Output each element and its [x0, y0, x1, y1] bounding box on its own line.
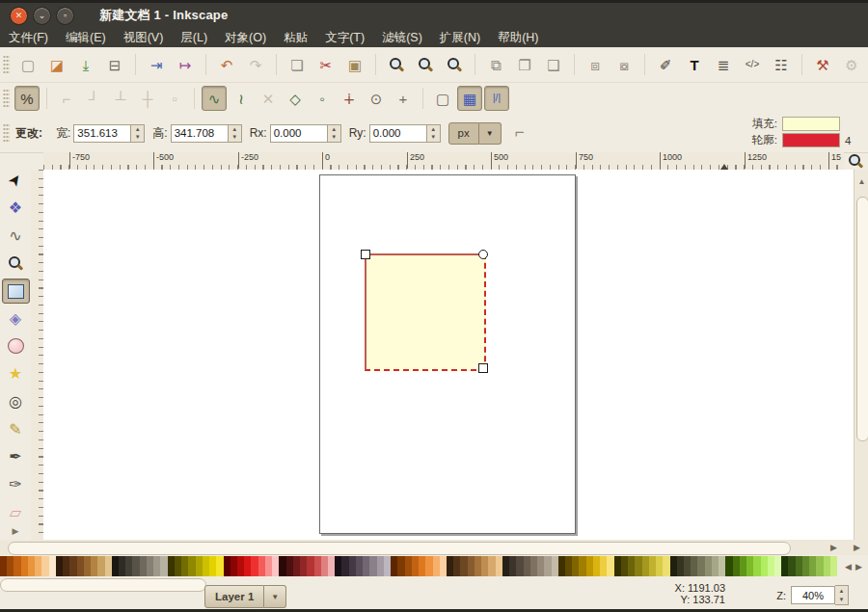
chevron-down-icon[interactable]: ▼ — [479, 122, 502, 145]
palette-swatch-110[interactable] — [768, 556, 774, 576]
create-clone-button[interactable]: ❐ — [511, 52, 538, 77]
print-document-button[interactable]: ⊟ — [101, 52, 128, 77]
paste-button[interactable]: ▣ — [341, 52, 368, 77]
palette-swatch-31[interactable] — [216, 556, 223, 576]
palette-swatch-91[interactable] — [635, 556, 641, 576]
palette-swatch-33[interactable] — [231, 556, 237, 576]
palette-swatch-74[interactable] — [516, 556, 523, 576]
toolbar-grip[interactable] — [3, 55, 10, 74]
palette-swatch-85[interactable] — [593, 556, 600, 576]
menu-item-9[interactable]: 帮助(H) — [489, 29, 547, 47]
palette-swatch-61[interactable] — [425, 556, 432, 576]
menu-item-1[interactable]: 编辑(E) — [57, 29, 115, 47]
unit-value[interactable]: px — [448, 122, 479, 145]
menu-item-3[interactable]: 层(L) — [172, 29, 216, 47]
palette-swatch-38[interactable] — [265, 556, 272, 576]
spin-up-icon[interactable]: ▲ — [328, 125, 340, 134]
toolbar-grip[interactable] — [3, 123, 10, 143]
palette-swatch-86[interactable] — [600, 556, 607, 576]
palette-swatch-69[interactable] — [481, 556, 488, 576]
palette-swatch-50[interactable] — [349, 556, 356, 576]
zoom-to-selection-button[interactable] — [383, 52, 410, 77]
ungroup-objects-button[interactable]: ⧇ — [610, 52, 637, 77]
palette-swatch-89[interactable] — [621, 556, 628, 576]
snap-nodes-button[interactable]: ∿ — [202, 86, 227, 111]
menu-item-6[interactable]: 文字(T) — [316, 29, 373, 47]
palette-swatch-64[interactable] — [447, 556, 453, 576]
palette-swatch-56[interactable] — [391, 556, 397, 576]
palette-swatch-81[interactable] — [565, 556, 572, 576]
palette-swatch-21[interactable] — [147, 556, 153, 576]
menu-item-7[interactable]: 滤镜(S) — [373, 29, 431, 47]
palette-swatch-60[interactable] — [419, 556, 425, 576]
palette-swatch-7[interactable] — [49, 556, 56, 576]
palette-swatch-57[interactable] — [397, 556, 404, 576]
tweak-tool[interactable]: ∿ — [2, 223, 30, 249]
palette-swatch-46[interactable] — [321, 556, 328, 576]
palette-swatch-16[interactable] — [112, 556, 119, 576]
palette-swatch-20[interactable] — [140, 556, 147, 576]
snap-smooth-nodes-button[interactable]: ◦ — [310, 86, 335, 111]
node-tool[interactable]: ❖ — [2, 196, 30, 222]
horizontal-ruler[interactable]: -750-500-25002505007501000125015 — [43, 152, 844, 171]
not-rounded-icon[interactable]: ⌐ — [515, 123, 525, 143]
palette-swatch-107[interactable] — [746, 556, 753, 576]
spin-up-icon[interactable]: ▲ — [229, 125, 241, 134]
pencil-tool[interactable]: ✎ — [2, 416, 30, 442]
palette-swatch-93[interactable] — [649, 556, 656, 576]
selector-tool[interactable]: ➤ — [2, 168, 30, 194]
box3d-tool[interactable]: ◈ — [2, 306, 30, 332]
snap-object-centers-button[interactable]: ⊙ — [364, 86, 389, 111]
palette-swatch-90[interactable] — [628, 556, 635, 576]
snap-cusp-nodes-button[interactable]: ◇ — [283, 86, 308, 111]
palette-swatch-49[interactable] — [341, 556, 348, 576]
calligraphy-tool[interactable]: ✑ — [2, 472, 30, 498]
palette-swatch-112[interactable] — [781, 556, 788, 576]
palette-swatch-26[interactable] — [181, 556, 188, 576]
unlink-clone-button[interactable]: ❑ — [540, 52, 567, 77]
chevron-down-icon[interactable]: ▼ — [264, 585, 286, 608]
palette-swatch-30[interactable] — [209, 556, 216, 576]
palette-swatch-45[interactable] — [314, 556, 321, 576]
zoom-to-drawing-button[interactable] — [412, 52, 439, 77]
pen-tool[interactable]: ✒ — [2, 444, 30, 470]
palette-swatch-53[interactable] — [369, 556, 376, 576]
palette-swatch-34[interactable] — [237, 556, 244, 576]
undo-button[interactable]: ↶ — [213, 52, 240, 77]
palette-swatch-100[interactable] — [697, 556, 704, 576]
spin-down-icon[interactable]: ▼ — [131, 133, 144, 142]
palette-swatch-106[interactable] — [740, 556, 746, 576]
palette-swatch-77[interactable] — [537, 556, 544, 576]
palette-swatch-23[interactable] — [160, 556, 167, 576]
palette-swatch-59[interactable] — [412, 556, 419, 576]
palette-swatch-42[interactable] — [293, 556, 300, 576]
palette-swatch-24[interactable] — [168, 556, 175, 576]
cut-button[interactable]: ✂ — [312, 52, 339, 77]
palette-swatch-54[interactable] — [377, 556, 384, 576]
palette-swatch-2[interactable] — [14, 556, 20, 576]
stroke-color-swatch[interactable] — [782, 133, 840, 147]
palette-swatch-29[interactable] — [203, 556, 209, 576]
rectangle-tool[interactable] — [2, 279, 30, 305]
palette-swatch-55[interactable] — [384, 556, 391, 576]
palette-swatch-76[interactable] — [530, 556, 537, 576]
palette-swatch-80[interactable] — [558, 556, 565, 576]
palette-swatch-98[interactable] — [684, 556, 691, 576]
eraser-tool[interactable]: ▱ — [2, 499, 30, 525]
palette-swatch-119[interactable] — [830, 556, 837, 576]
palette-swatch-65[interactable] — [453, 556, 460, 576]
width-spinbox-value[interactable]: 351.613 — [73, 124, 130, 143]
palette-swatch-94[interactable] — [656, 556, 663, 576]
star-tool[interactable]: ★ — [2, 361, 30, 387]
snap-page-border-button[interactable]: ▢ — [430, 86, 455, 111]
palette-swatch-1[interactable] — [7, 556, 14, 576]
group-objects-button[interactable]: ⧈ — [582, 52, 609, 77]
palette-swatch-102[interactable] — [712, 556, 719, 576]
palette-swatch-8[interactable] — [56, 556, 63, 576]
rx-spinbox-spinners[interactable]: ▲▼ — [327, 124, 341, 143]
palette-scrollbar-thumb[interactable] — [0, 578, 206, 592]
rx-spinbox[interactable]: 0.000▲▼ — [270, 124, 341, 143]
palette-swatch-18[interactable] — [125, 556, 132, 576]
palette-swatch-25[interactable] — [175, 556, 181, 576]
palette-swatch-47[interactable] — [328, 556, 335, 576]
